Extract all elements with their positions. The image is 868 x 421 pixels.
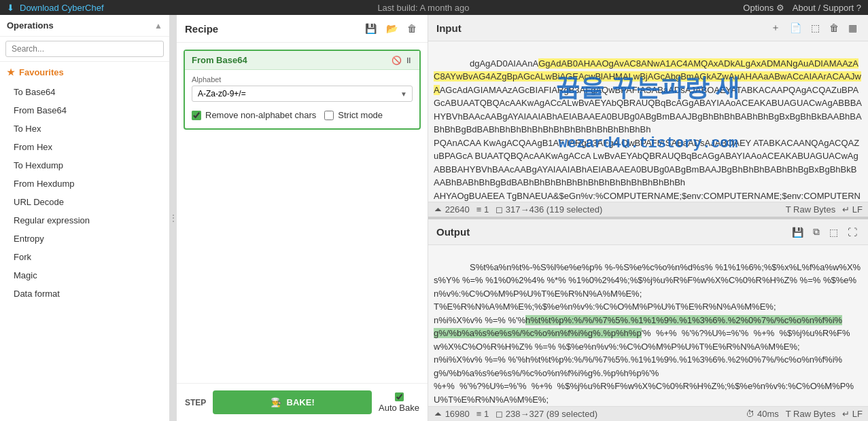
recipe-op-disable-button[interactable]: 🚫	[392, 56, 402, 65]
sidebar-item-entropy[interactable]: Entropy	[0, 230, 169, 248]
recipe-delete-button[interactable]: 🗑	[404, 22, 419, 35]
options-link[interactable]: Options ⚙	[743, 3, 784, 13]
options-icon: ⚙	[776, 3, 784, 13]
input-add-button[interactable]: ＋	[768, 20, 783, 35]
input-delete-button[interactable]: 🗑	[827, 20, 841, 35]
input-selection: ◻ 317→436 (119 selected)	[496, 204, 602, 215]
remove-checkbox-label[interactable]: Remove non-alphabet chars	[192, 110, 316, 120]
sidebar-item-regular-expression[interactable]: Regular expression	[0, 211, 169, 230]
about-link[interactable]: About / Support ?	[793, 3, 861, 13]
remove-label: Remove non-alphabet chars	[205, 110, 316, 120]
sidebar-item-fork[interactable]: Fork	[0, 248, 169, 266]
sidebar-item-from-hex[interactable]: From Hex	[0, 138, 169, 156]
input-raw-bytes[interactable]: T Raw Bytes	[786, 204, 835, 215]
output-header: Output 💾 ⧉ ⬚ ⛶	[428, 219, 868, 245]
bake-label: BAKE!	[287, 397, 315, 407]
strict-checkbox[interactable]	[324, 111, 334, 120]
favourites-label: Favourites	[19, 67, 64, 77]
sidebar-items: ★ Favourites To Base64 From Base64 To He…	[0, 62, 169, 421]
download-link[interactable]: ⬇ Download CyberChef	[7, 3, 104, 13]
remove-checkbox[interactable]	[192, 111, 201, 120]
sidebar-item-from-hexdump[interactable]: From Hexdump	[0, 175, 169, 193]
collapse-icon[interactable]: ▲	[154, 21, 162, 31]
input-title: Input	[436, 22, 462, 34]
input-bytes: ⏶ 22640	[434, 204, 470, 215]
top-bar-right: Options ⚙ About / Support ?	[743, 3, 861, 13]
auto-bake-wrap: Auto Bake	[379, 392, 419, 413]
auto-bake-label: Auto Bake	[379, 403, 419, 413]
output-time: ⏱ 40ms	[746, 409, 778, 419]
input-text-after: AGcAdAGIAMAAzAGcBIAFIARgB3AFgAQwBPAFIASA…	[434, 85, 862, 202]
output-raw-bytes[interactable]: T Raw Bytes	[786, 409, 835, 419]
alphabet-select[interactable]: A-Za-z0-9+/=	[192, 86, 413, 102]
output-copy-button[interactable]: ⧉	[810, 225, 822, 239]
input-controls: ＋ 📄 ⬚ 🗑 ▦	[768, 20, 860, 35]
recipe-op-title: From Base64	[192, 55, 247, 65]
output-expand-button[interactable]: ⬚	[827, 225, 841, 239]
chef-icon: 👨‍🍳	[271, 397, 281, 407]
recipe-panel: Recipe 💾 📂 🗑 From Base64 🚫 ⏸ Alpha	[177, 15, 428, 421]
input-layout-button[interactable]: ▦	[846, 20, 860, 35]
sidebar: Operations ▲ ★ Favourites To Base64 From…	[0, 15, 170, 421]
recipe-title: Recipe	[185, 23, 218, 35]
sidebar-item-from-base64[interactable]: From Base64	[0, 101, 169, 120]
download-icon: ⬇	[7, 3, 14, 13]
operations-title: Operations	[7, 20, 54, 31]
sidebar-drag-handle[interactable]	[170, 15, 177, 421]
recipe-body: From Base64 🚫 ⏸ Alphabet A-Za-z0-9+/=	[177, 43, 428, 383]
output-lf[interactable]: ↵ LF	[842, 409, 863, 419]
sidebar-item-to-base64[interactable]: To Base64	[0, 83, 169, 101]
alphabet-label: Alphabet	[192, 75, 413, 84]
output-content[interactable]: S%t%a%n%t%-%S%l%e%e%p% %-%S%e%c%o%n%d%s%…	[428, 245, 868, 406]
strict-label: Strict mode	[338, 110, 383, 120]
output-text-after: '% %+% %'%?%U%=%'% %+% %$%j%u%R%F%w%X%C%…	[434, 328, 861, 406]
favourites-section[interactable]: ★ Favourites	[0, 62, 169, 83]
text-icon: T	[786, 204, 791, 215]
sidebar-header: Operations ▲	[0, 15, 169, 37]
output-panel: Output 💾 ⧉ ⬚ ⛶ S%t%a%n%t%-%S%l%e%e%p% %-…	[428, 219, 868, 421]
sidebar-item-to-hexdump[interactable]: To Hexdump	[0, 156, 169, 175]
step-label: STEP	[185, 398, 206, 407]
sidebar-item-url-decode[interactable]: URL Decode	[0, 193, 169, 211]
search-input[interactable]	[5, 41, 164, 57]
alphabet-select-wrap: A-Za-z0-9+/= ▼	[192, 86, 413, 102]
sidebar-search-wrap	[0, 37, 169, 62]
output-statusbar: ⏶ 16980 ≡ 1 ◻ 238→327 (89 selected) ⏱ 40…	[428, 406, 868, 421]
output-controls: 💾 ⧉ ⬚ ⛶	[789, 225, 860, 239]
recipe-save-button[interactable]: 💾	[362, 22, 379, 35]
recipe-open-button[interactable]: 📂	[383, 22, 400, 35]
output-selection: ◻ 238→327 (89 selected)	[496, 409, 597, 419]
input-panel: Input ＋ 📄 ⬚ 🗑 ▦ dgAgAD0AIAAnAGgAdAB0AHAA…	[428, 15, 868, 219]
input-new-tab-button[interactable]: 📄	[787, 20, 804, 35]
input-text-plain: dgAgAD0AIAAnA	[470, 58, 538, 69]
top-bar: ⬇ Download CyberChef Last build: A month…	[0, 0, 868, 15]
last-build: Last build: A month ago	[377, 3, 469, 13]
sidebar-item-data-format[interactable]: Data format	[0, 285, 169, 303]
output-bytes: ⏶ 16980	[434, 409, 470, 419]
sidebar-item-magic[interactable]: Magic	[0, 266, 169, 285]
main-layout: Operations ▲ ★ Favourites To Base64 From…	[0, 15, 868, 421]
input-expand-button[interactable]: ⬚	[808, 20, 822, 35]
strict-checkbox-label[interactable]: Strict mode	[324, 110, 383, 120]
checkbox-row: Remove non-alphabet chars Strict mode	[192, 107, 413, 123]
download-label[interactable]: Download CyberChef	[20, 3, 104, 13]
sidebar-item-to-hex[interactable]: To Hex	[0, 120, 169, 138]
output-fullscreen-button[interactable]: ⛶	[845, 225, 860, 239]
input-header: Input ＋ 📄 ⬚ 🗑 ▦	[428, 15, 868, 41]
input-lf[interactable]: ↵ LF	[842, 204, 863, 215]
input-statusbar: ⏶ 22640 ≡ 1 ◻ 317→436 (119 selected) T R…	[428, 202, 868, 217]
output-save-button[interactable]: 💾	[789, 225, 806, 239]
star-icon: ★	[7, 67, 15, 77]
output-lines: ≡ 1	[476, 409, 489, 419]
bake-button[interactable]: 👨‍🍳 BAKE!	[213, 390, 372, 414]
recipe-actions: 💾 📂 🗑	[362, 22, 419, 35]
input-content[interactable]: dgAgAD0AIAAnAGgAdAB0AHAAOgAvAC8ANwA1AC4A…	[428, 41, 868, 202]
recipe-op-pause-button[interactable]: ⏸	[404, 56, 413, 65]
alphabet-row: A-Za-z0-9+/= ▼	[192, 86, 413, 102]
recipe-op-body: Alphabet A-Za-z0-9+/= ▼	[185, 70, 419, 128]
auto-bake-checkbox[interactable]	[395, 392, 404, 401]
recipe-op-header[interactable]: From Base64 🚫 ⏸	[185, 51, 419, 70]
recipe-op-controls: 🚫 ⏸	[392, 56, 413, 65]
help-icon: ?	[856, 3, 861, 13]
recipe-operation-from-base64: From Base64 🚫 ⏸ Alphabet A-Za-z0-9+/=	[184, 50, 421, 130]
